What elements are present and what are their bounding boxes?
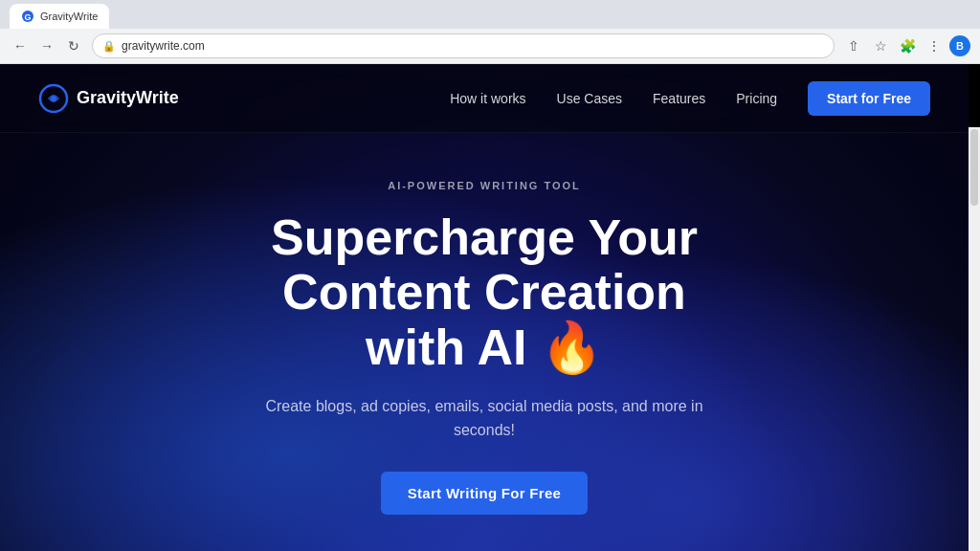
browser-chrome: G GravityWrite ← → ↻ 🔒 gravitywrite.com …: [0, 0, 980, 64]
svg-text:G: G: [24, 12, 31, 22]
share-button[interactable]: ⇧: [842, 34, 865, 57]
logo-text: GravityWrite: [77, 88, 179, 108]
nav-controls: ← → ↻: [10, 35, 84, 56]
address-bar[interactable]: 🔒 gravitywrite.com: [92, 33, 835, 58]
hero-title-line3: with AI 🔥: [366, 320, 603, 375]
hero-subtitle: AI-POWERED WRITING TOOL: [388, 180, 581, 191]
nav-features[interactable]: Features: [653, 91, 705, 106]
nav-links: How it works Use Cases Features Pricing …: [450, 81, 930, 116]
scrollbar[interactable]: [969, 127, 980, 551]
hero-title-line1: Supercharge Your: [271, 209, 698, 265]
hero-section: AI-POWERED WRITING TOOL Supercharge Your…: [0, 133, 969, 551]
profile-button[interactable]: B: [949, 35, 970, 56]
lock-icon: 🔒: [102, 40, 116, 53]
more-button[interactable]: ⋮: [923, 34, 946, 57]
website-content: GravityWrite How it works Use Cases Feat…: [0, 64, 969, 551]
back-button[interactable]: ←: [10, 35, 31, 56]
url-text: gravitywrite.com: [122, 39, 205, 53]
scrollbar-thumb[interactable]: [970, 129, 978, 206]
logo[interactable]: GravityWrite: [38, 83, 179, 114]
flame-emoji: 🔥: [541, 320, 603, 375]
hero-cta-button[interactable]: Start Writing For Free: [381, 472, 589, 515]
extensions-button[interactable]: 🧩: [896, 34, 919, 57]
hero-description: Create blogs, ad copies, emails, social …: [255, 394, 714, 443]
logo-icon: [38, 83, 69, 114]
tab-favicon: G: [21, 10, 34, 23]
hero-title: Supercharge Your Content Creation with A…: [271, 210, 698, 375]
nav-start-free-button[interactable]: Start for Free: [808, 81, 930, 116]
tab-title: GravityWrite: [40, 11, 98, 22]
nav-how-it-works[interactable]: How it works: [450, 91, 525, 106]
browser-toolbar: ← → ↻ 🔒 gravitywrite.com ⇧ ☆ 🧩 ⋮ B: [0, 29, 980, 63]
navbar: GravityWrite How it works Use Cases Feat…: [0, 64, 969, 133]
bookmark-button[interactable]: ☆: [869, 34, 892, 57]
nav-use-cases[interactable]: Use Cases: [557, 91, 622, 106]
refresh-button[interactable]: ↻: [63, 35, 84, 56]
hero-title-line2: Content Creation: [282, 264, 686, 320]
nav-pricing[interactable]: Pricing: [736, 91, 777, 106]
tab-bar: G GravityWrite: [0, 0, 980, 29]
browser-tab[interactable]: G GravityWrite: [10, 4, 109, 29]
svg-point-3: [51, 96, 56, 101]
browser-actions: ⇧ ☆ 🧩 ⋮ B: [842, 34, 970, 57]
forward-button[interactable]: →: [36, 35, 57, 56]
